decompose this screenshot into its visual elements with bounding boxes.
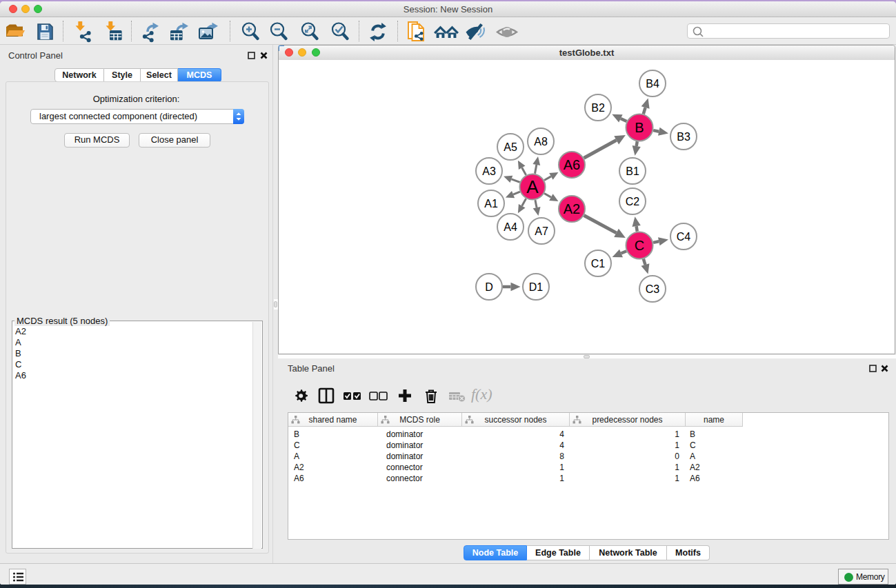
svg-text:A7: A7 xyxy=(535,225,548,237)
svg-text:A6: A6 xyxy=(564,157,580,172)
svg-text:B2: B2 xyxy=(591,102,605,114)
svg-text:A1: A1 xyxy=(484,198,498,210)
svg-text:A8: A8 xyxy=(534,136,548,148)
svg-text:B4: B4 xyxy=(646,78,659,90)
svg-text:A: A xyxy=(526,176,539,197)
svg-text:A3: A3 xyxy=(482,165,496,177)
svg-text:B: B xyxy=(635,120,644,135)
svg-text:D: D xyxy=(485,281,493,293)
svg-text:C: C xyxy=(635,238,644,253)
svg-text:B3: B3 xyxy=(677,131,690,143)
svg-text:C4: C4 xyxy=(677,231,691,243)
svg-text:C2: C2 xyxy=(626,196,640,207)
svg-text:B1: B1 xyxy=(626,165,639,177)
svg-text:C3: C3 xyxy=(646,283,660,295)
svg-text:A2: A2 xyxy=(564,201,580,216)
svg-text:A4: A4 xyxy=(504,221,517,233)
svg-text:C1: C1 xyxy=(591,258,606,270)
svg-text:A5: A5 xyxy=(504,141,517,153)
svg-text:D1: D1 xyxy=(529,281,544,293)
